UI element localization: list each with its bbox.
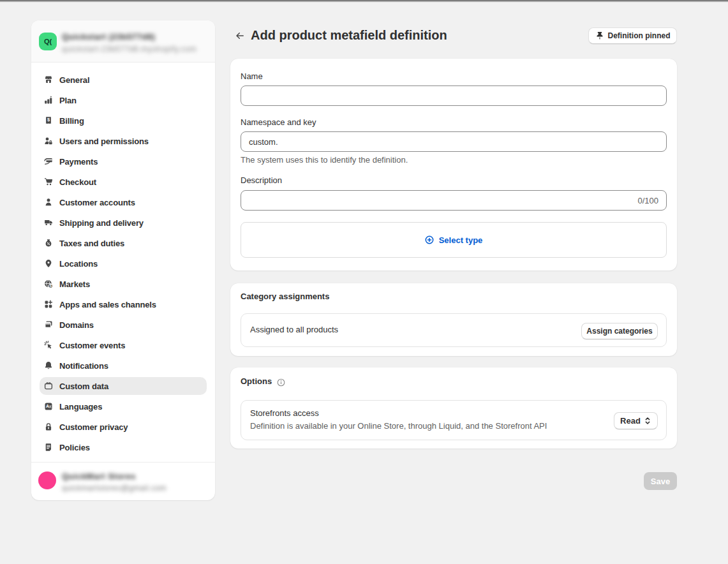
svg-text:$: $ <box>50 284 52 288</box>
svg-text:A: A <box>46 404 49 408</box>
